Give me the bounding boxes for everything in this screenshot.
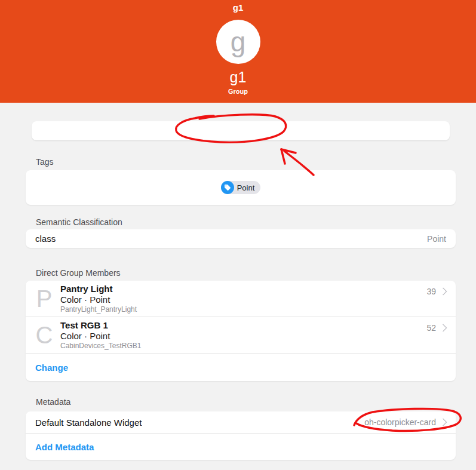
section-title-metadata: Metadata: [36, 397, 476, 407]
member-title: Pantry Light: [60, 284, 426, 294]
item-header: g1 g g1 Group: [0, 0, 476, 103]
member-item-id: CabinDevices_TestRGB1: [60, 342, 426, 350]
change-members-button[interactable]: Change: [26, 354, 456, 381]
metadata-row-default-standalone-widget[interactable]: Default Standalone Widget oh-colorpicker…: [26, 411, 456, 433]
semantic-class-value: Point: [427, 234, 446, 244]
member-state-value: 52: [426, 323, 436, 333]
member-title: Test RGB 1: [60, 320, 426, 331]
chevron-right-icon: [439, 287, 447, 296]
semantic-card: class Point: [26, 229, 456, 248]
member-row-pantry-light[interactable]: P Pantry Light Color · Point PantryLight…: [26, 281, 456, 317]
member-state-value: 39: [426, 287, 436, 296]
metadata-card: Default Standalone Widget oh-colorpicker…: [26, 411, 456, 460]
item-details: Tags Point Semantic Classification class…: [0, 121, 476, 460]
member-initial: C: [35, 320, 53, 350]
section-title-semantic: Semantic Classification: [36, 217, 476, 227]
chevron-right-icon: [439, 418, 447, 426]
section-title-tags: Tags: [36, 157, 476, 167]
avatar-letter: g: [231, 28, 246, 56]
member-initial: P: [35, 284, 53, 314]
member-item-id: PantryLight_PantryLight: [60, 305, 426, 314]
tag-chip-point[interactable]: Point: [221, 181, 261, 194]
section-title-members: Direct Group Members: [36, 268, 476, 278]
tag-chip-label: Point: [237, 183, 255, 192]
tags-card: Point: [26, 170, 456, 205]
chevron-right-icon: [439, 324, 447, 332]
member-subtitle: Color · Point: [60, 294, 426, 305]
semantic-class-label: class: [35, 234, 56, 244]
item-name: g1: [230, 69, 247, 85]
member-subtitle: Color · Point: [60, 331, 426, 342]
member-row-test-rgb-1[interactable]: C Test RGB 1 Color · Point CabinDevices_…: [26, 317, 456, 353]
members-card: P Pantry Light Color · Point PantryLight…: [26, 281, 456, 381]
nav-title: g1: [0, 2, 476, 13]
item-avatar: g: [216, 20, 260, 64]
metadata-row-value: oh-colorpicker-card: [364, 417, 436, 427]
metadata-row-label: Default Standalone Widget: [35, 417, 142, 428]
item-state-row[interactable]: [32, 121, 450, 140]
item-type-label: Group: [228, 88, 248, 95]
semantic-class-row[interactable]: class Point: [26, 229, 456, 248]
tag-icon: [221, 181, 234, 194]
add-metadata-button[interactable]: Add Metadata: [26, 434, 456, 460]
